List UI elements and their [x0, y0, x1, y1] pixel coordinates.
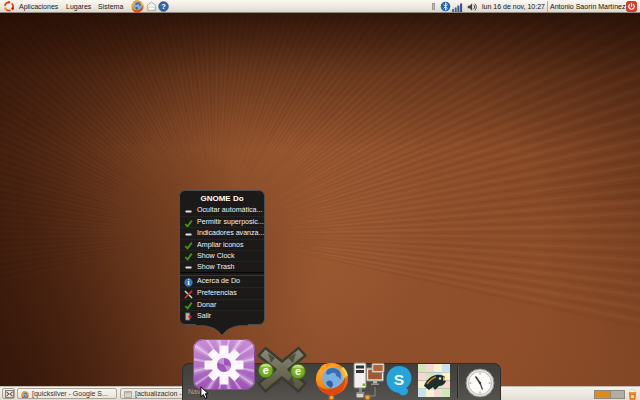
svg-text:?: ?	[161, 2, 166, 11]
svg-text:S: S	[394, 371, 404, 388]
svg-text:e: e	[295, 365, 301, 377]
svg-text:e: e	[263, 364, 269, 376]
svg-text:i: i	[188, 279, 190, 287]
